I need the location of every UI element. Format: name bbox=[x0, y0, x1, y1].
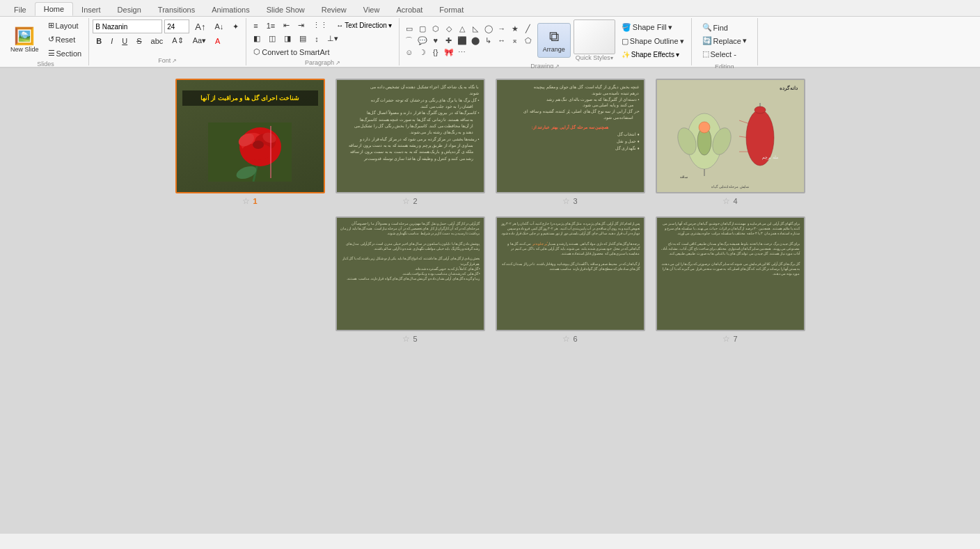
shape-callout[interactable]: 💬 bbox=[416, 35, 429, 46]
shape-line[interactable]: ╱ bbox=[522, 23, 535, 34]
quick-styles-arrow[interactable]: ▾ bbox=[610, 55, 613, 61]
strikethrough-button[interactable]: S bbox=[133, 35, 145, 47]
new-slide-button[interactable]: 🖼️ New Slide bbox=[6, 24, 43, 55]
slide6-num-row: ☆ 6 bbox=[562, 334, 577, 344]
slide-thumb-7[interactable]: برای گلهای گل آرایی این می فرمایید و مهم… bbox=[656, 216, 805, 331]
shape-double-arrow[interactable]: ↔ bbox=[496, 35, 508, 46]
select-button[interactable]: ⬚ Select - bbox=[699, 48, 750, 60]
shape-effects-button[interactable]: ✨ Shape Effects ▾ bbox=[618, 49, 688, 60]
shape-diamond[interactable]: ◇ bbox=[443, 23, 455, 34]
tab-transitions[interactable]: Transitions bbox=[150, 3, 203, 16]
shape-brace[interactable]: {} bbox=[429, 47, 442, 58]
shape-options: 🪣 Shape Fill ▾ ▢ Shape Outline ▾ ✨ Shape… bbox=[618, 22, 688, 60]
tab-review[interactable]: Review bbox=[313, 3, 355, 16]
shape-snip[interactable]: ⬡ bbox=[429, 23, 442, 34]
underline-button[interactable]: U bbox=[118, 35, 131, 47]
tab-slideshow[interactable]: Slide Show bbox=[258, 3, 313, 16]
tab-acrobat[interactable]: Acrobat bbox=[388, 3, 431, 16]
reset-label: Reset bbox=[56, 35, 76, 44]
align-right-button[interactable]: ◨ bbox=[280, 33, 294, 45]
shape-triangle[interactable]: △ bbox=[456, 23, 468, 34]
shape-rounded[interactable]: ▢ bbox=[416, 23, 429, 34]
slide-thumb-1[interactable]: شناخت احرای گل ها و مراقبت از آنها bbox=[175, 79, 325, 193]
editing-group-content: 🔍 Find 🔄 Replace ▾ ⬚ Select - bbox=[695, 19, 754, 62]
slide-thumb-6[interactable]: پس از انجام کار گل آرایی، گل‌های پژمرده … bbox=[496, 216, 645, 331]
reset-icon: ↺ bbox=[48, 35, 54, 44]
increase-indent-button[interactable]: ⇥ bbox=[294, 19, 308, 31]
shape-rtriangle[interactable]: ◺ bbox=[469, 23, 482, 34]
italic-button[interactable]: I bbox=[107, 35, 116, 47]
shape-star[interactable]: ★ bbox=[509, 23, 521, 34]
section-button[interactable]: ☰ Section bbox=[45, 47, 86, 59]
shape-outline-button[interactable]: ▢ Shape Outline ▾ bbox=[618, 35, 688, 47]
bold-button[interactable]: B bbox=[93, 35, 105, 47]
slide4-num-row: ☆ 4 bbox=[722, 196, 737, 206]
shape-fill-button[interactable]: 🪣 Shape Fill ▾ bbox=[618, 22, 688, 33]
tab-format[interactable]: Format bbox=[431, 3, 472, 16]
tab-design[interactable]: Design bbox=[109, 3, 150, 16]
shape-oval[interactable]: ◯ bbox=[482, 23, 495, 34]
select-icon: ⬚ bbox=[702, 49, 709, 58]
slides-scroll-area[interactable]: دانه گرده ساقه bbox=[0, 68, 980, 534]
slide-thumb-4[interactable]: دانه گرده ساقه bbox=[656, 79, 805, 193]
clear-format-button[interactable]: ✦ bbox=[229, 21, 242, 33]
shape-fill-icon: 🪣 bbox=[622, 23, 631, 32]
shape-cube[interactable]: ⬛ bbox=[456, 35, 468, 46]
find-button[interactable]: 🔍 Find bbox=[699, 22, 750, 33]
font-expand-icon[interactable]: ↗ bbox=[172, 58, 177, 64]
shape-arc[interactable]: ⌒ bbox=[403, 35, 416, 46]
text-direction-button[interactable]: ↔ Text Direction ▾ bbox=[333, 20, 395, 31]
bullets-button[interactable]: ≡ bbox=[250, 20, 261, 31]
columns-button[interactable]: ⋮⋮ bbox=[309, 19, 331, 31]
line-spacing-button[interactable]: ↕ bbox=[311, 33, 322, 45]
tab-animations[interactable]: Animations bbox=[203, 3, 258, 16]
case-button[interactable]: Aa▾ bbox=[189, 35, 210, 47]
svg-line-10 bbox=[739, 120, 750, 124]
slide4-label-top: دانه گرده bbox=[780, 86, 798, 91]
decrease-font-button[interactable]: A↓ bbox=[211, 21, 227, 32]
layout-button[interactable]: ⊞ Layout bbox=[45, 19, 86, 31]
paragraph-label-text: Paragraph bbox=[305, 59, 334, 66]
tab-file[interactable]: File bbox=[6, 3, 35, 16]
paragraph-expand-icon[interactable]: ↗ bbox=[335, 60, 340, 66]
shape-smiley[interactable]: ☺ bbox=[403, 47, 416, 58]
align-text-button[interactable]: ⊥▾ bbox=[324, 33, 342, 45]
reset-button[interactable]: ↺ Reset bbox=[45, 33, 86, 45]
rose-svg bbox=[208, 122, 292, 182]
slide-thumb-2[interactable]: با نگاه به یک شاخه گل اجزاء تشکیل دهنده … bbox=[335, 79, 485, 193]
shape-cross[interactable]: ✚ bbox=[443, 35, 455, 46]
shape-donut[interactable]: ⬤ bbox=[469, 35, 482, 46]
shadow-button[interactable]: abc bbox=[148, 35, 167, 47]
convert-smartart-button[interactable]: ⬡ Convert to SmartArt bbox=[250, 46, 333, 58]
tab-home[interactable]: Home bbox=[35, 2, 73, 16]
shape-bent-arrow[interactable]: ↳ bbox=[482, 35, 495, 46]
slides-group-label: Slides bbox=[37, 61, 54, 67]
shape-more[interactable]: ⋯ bbox=[456, 47, 468, 58]
slide-thumb-3[interactable]: غنچه بخش دیگری از گیاه است. گل های جوان … bbox=[496, 79, 645, 193]
align-left-button[interactable]: ◧ bbox=[250, 33, 264, 45]
tab-insert[interactable]: Insert bbox=[73, 3, 109, 16]
replace-button[interactable]: 🔄 Replace ▾ bbox=[699, 35, 750, 47]
shape-moon[interactable]: ☽ bbox=[416, 47, 429, 58]
font-name-field[interactable]: B Nazanin bbox=[93, 19, 162, 33]
slides-row-2: برای گلهای گل آرایی این می فرمایید و مهم… bbox=[7, 216, 973, 344]
shape-rect[interactable]: ▭ bbox=[403, 23, 416, 34]
justify-button[interactable]: ▤ bbox=[296, 33, 310, 45]
increase-font-button[interactable]: A↑ bbox=[191, 20, 209, 33]
numbering-button[interactable]: 1≡ bbox=[263, 20, 279, 31]
slide-thumb-5[interactable]: گل‌آرایی در کار گل آرایی، حمل و نقل گل‌ه… bbox=[335, 216, 485, 331]
font-spacing-button[interactable]: A⇕ bbox=[168, 35, 187, 47]
slide-7-container: برای گلهای گل آرایی این می فرمایید و مهم… bbox=[656, 216, 805, 344]
shape-chevron[interactable]: ⌅ bbox=[509, 35, 521, 46]
font-size-field[interactable]: 24 bbox=[164, 19, 189, 33]
shape-heart[interactable]: ♥ bbox=[429, 35, 442, 46]
quick-styles-preview[interactable] bbox=[574, 19, 615, 54]
decrease-indent-button[interactable]: ⇤ bbox=[280, 19, 293, 31]
align-center-button[interactable]: ◫ bbox=[265, 33, 279, 45]
tab-view[interactable]: View bbox=[355, 3, 388, 16]
font-color-button[interactable]: A bbox=[212, 35, 223, 47]
arrange-button[interactable]: ⧉ Arrange bbox=[537, 23, 571, 58]
shape-arrow[interactable]: → bbox=[496, 23, 508, 34]
shape-pentagon[interactable]: ⬠ bbox=[522, 35, 535, 46]
shape-ribbon[interactable]: 🎀 bbox=[443, 47, 455, 58]
